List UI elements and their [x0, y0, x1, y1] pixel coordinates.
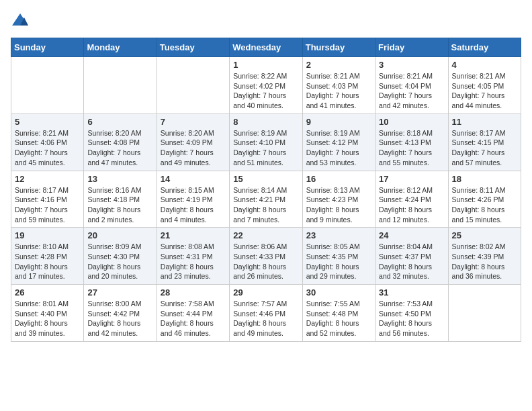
calendar-day-cell: 2 Sunrise: 8:21 AMSunset: 4:03 PMDayligh… — [302, 57, 375, 114]
day-info: Sunrise: 8:04 AMSunset: 4:37 PMDaylight:… — [379, 242, 444, 281]
day-info: Sunrise: 8:10 AMSunset: 4:28 PMDaylight:… — [15, 242, 80, 281]
day-info: Sunrise: 8:21 AMSunset: 4:06 PMDaylight:… — [15, 128, 80, 168]
calendar-day-cell: 16 Sunrise: 8:13 AMSunset: 4:23 PMDaylig… — [302, 171, 375, 228]
calendar-day-cell: 5 Sunrise: 8:21 AMSunset: 4:06 PMDayligh… — [11, 113, 84, 171]
weekday-header: Monday — [84, 38, 157, 57]
day-number: 1 — [233, 60, 298, 70]
day-info: Sunrise: 8:02 AMSunset: 4:39 PMDaylight:… — [452, 242, 517, 281]
calendar-day-cell: 31 Sunrise: 7:53 AMSunset: 4:50 PMDaylig… — [375, 285, 448, 342]
day-info: Sunrise: 8:18 AMSunset: 4:13 PMDaylight:… — [379, 128, 444, 168]
day-info: Sunrise: 7:57 AMSunset: 4:46 PMDaylight:… — [233, 299, 298, 338]
day-number: 14 — [161, 174, 226, 184]
day-info: Sunrise: 8:17 AMSunset: 4:15 PMDaylight:… — [452, 128, 517, 168]
day-info: Sunrise: 8:21 AMSunset: 4:05 PMDaylight:… — [452, 71, 517, 111]
day-number: 12 — [15, 174, 80, 184]
calendar-day-cell: 26 Sunrise: 8:01 AMSunset: 4:40 PMDaylig… — [11, 285, 84, 342]
calendar-day-cell: 12 Sunrise: 8:17 AMSunset: 4:16 PMDaylig… — [11, 171, 84, 228]
day-info: Sunrise: 8:13 AMSunset: 4:23 PMDaylight:… — [306, 185, 371, 225]
weekday-header: Tuesday — [157, 38, 229, 57]
day-number: 16 — [306, 174, 371, 184]
calendar-day-cell: 6 Sunrise: 8:20 AMSunset: 4:08 PMDayligh… — [84, 113, 157, 171]
day-number: 17 — [379, 174, 444, 184]
day-number: 19 — [15, 230, 80, 240]
day-number: 13 — [87, 174, 152, 184]
calendar-day-cell: 17 Sunrise: 8:12 AMSunset: 4:24 PMDaylig… — [375, 171, 448, 228]
weekday-header: Wednesday — [230, 38, 302, 57]
calendar-day-cell: 21 Sunrise: 8:08 AMSunset: 4:31 PMDaylig… — [157, 228, 229, 285]
calendar-week-row: 26 Sunrise: 8:01 AMSunset: 4:40 PMDaylig… — [11, 285, 521, 342]
calendar-day-cell: 1 Sunrise: 8:22 AMSunset: 4:02 PMDayligh… — [230, 57, 302, 114]
calendar-day-cell: 15 Sunrise: 8:14 AMSunset: 4:21 PMDaylig… — [230, 171, 302, 228]
day-info: Sunrise: 8:00 AMSunset: 4:42 PMDaylight:… — [87, 299, 152, 338]
calendar-day-cell — [84, 57, 157, 114]
calendar-day-cell — [448, 285, 521, 342]
calendar-week-row: 12 Sunrise: 8:17 AMSunset: 4:16 PMDaylig… — [11, 171, 521, 228]
day-number: 22 — [233, 230, 298, 240]
calendar-day-cell: 13 Sunrise: 8:16 AMSunset: 4:18 PMDaylig… — [84, 171, 157, 228]
day-number: 3 — [379, 60, 444, 70]
day-info: Sunrise: 8:12 AMSunset: 4:24 PMDaylight:… — [379, 185, 444, 225]
day-number: 18 — [452, 174, 517, 184]
day-number: 30 — [306, 287, 371, 298]
calendar-day-cell: 25 Sunrise: 8:02 AMSunset: 4:39 PMDaylig… — [448, 228, 521, 285]
day-number: 4 — [452, 60, 517, 70]
calendar-table: SundayMondayTuesdayWednesdayThursdayFrid… — [11, 38, 521, 342]
day-info: Sunrise: 8:20 AMSunset: 4:09 PMDaylight:… — [161, 128, 226, 168]
calendar-day-cell: 8 Sunrise: 8:19 AMSunset: 4:10 PMDayligh… — [230, 113, 302, 171]
day-info: Sunrise: 8:06 AMSunset: 4:33 PMDaylight:… — [233, 242, 298, 281]
weekday-header: Thursday — [302, 38, 375, 57]
day-info: Sunrise: 8:20 AMSunset: 4:08 PMDaylight:… — [87, 128, 152, 168]
day-number: 5 — [15, 117, 80, 127]
day-info: Sunrise: 8:19 AMSunset: 4:10 PMDaylight:… — [233, 128, 298, 168]
calendar-week-row: 1 Sunrise: 8:22 AMSunset: 4:02 PMDayligh… — [11, 57, 521, 114]
weekday-header: Saturday — [448, 38, 521, 57]
calendar-day-cell: 9 Sunrise: 8:19 AMSunset: 4:12 PMDayligh… — [302, 113, 375, 171]
calendar-day-cell: 3 Sunrise: 8:21 AMSunset: 4:04 PMDayligh… — [375, 57, 448, 114]
day-number: 2 — [306, 60, 371, 70]
day-number: 27 — [87, 287, 152, 298]
day-number: 15 — [233, 174, 298, 184]
day-number: 9 — [306, 117, 371, 127]
calendar-header-row: SundayMondayTuesdayWednesdayThursdayFrid… — [11, 38, 521, 57]
calendar-day-cell: 19 Sunrise: 8:10 AMSunset: 4:28 PMDaylig… — [11, 228, 84, 285]
calendar-week-row: 5 Sunrise: 8:21 AMSunset: 4:06 PMDayligh… — [11, 113, 521, 171]
day-info: Sunrise: 8:05 AMSunset: 4:35 PMDaylight:… — [306, 242, 371, 281]
day-info: Sunrise: 8:19 AMSunset: 4:12 PMDaylight:… — [306, 128, 371, 168]
day-number: 26 — [15, 287, 80, 298]
weekday-header: Friday — [375, 38, 448, 57]
logo — [11, 11, 32, 30]
calendar-day-cell: 30 Sunrise: 7:55 AMSunset: 4:48 PMDaylig… — [302, 285, 375, 342]
day-number: 10 — [379, 117, 444, 127]
day-info: Sunrise: 8:21 AMSunset: 4:03 PMDaylight:… — [306, 71, 371, 111]
day-info: Sunrise: 8:16 AMSunset: 4:18 PMDaylight:… — [87, 185, 152, 225]
calendar-day-cell: 23 Sunrise: 8:05 AMSunset: 4:35 PMDaylig… — [302, 228, 375, 285]
day-number: 7 — [161, 117, 226, 127]
calendar-day-cell: 28 Sunrise: 7:58 AMSunset: 4:44 PMDaylig… — [157, 285, 229, 342]
day-number: 25 — [452, 230, 517, 240]
day-number: 24 — [379, 230, 444, 240]
day-info: Sunrise: 8:21 AMSunset: 4:04 PMDaylight:… — [379, 71, 444, 111]
calendar-day-cell: 18 Sunrise: 8:11 AMSunset: 4:26 PMDaylig… — [448, 171, 521, 228]
day-number: 29 — [233, 287, 298, 298]
day-number: 28 — [161, 287, 226, 298]
calendar-week-row: 19 Sunrise: 8:10 AMSunset: 4:28 PMDaylig… — [11, 228, 521, 285]
day-info: Sunrise: 8:11 AMSunset: 4:26 PMDaylight:… — [452, 185, 517, 225]
day-info: Sunrise: 8:09 AMSunset: 4:30 PMDaylight:… — [87, 242, 152, 281]
day-info: Sunrise: 7:58 AMSunset: 4:44 PMDaylight:… — [161, 299, 226, 338]
day-info: Sunrise: 8:14 AMSunset: 4:21 PMDaylight:… — [233, 185, 298, 225]
calendar-day-cell: 10 Sunrise: 8:18 AMSunset: 4:13 PMDaylig… — [375, 113, 448, 171]
day-info: Sunrise: 8:15 AMSunset: 4:19 PMDaylight:… — [161, 185, 226, 225]
day-info: Sunrise: 8:17 AMSunset: 4:16 PMDaylight:… — [15, 185, 80, 225]
calendar-day-cell: 29 Sunrise: 7:57 AMSunset: 4:46 PMDaylig… — [230, 285, 302, 342]
day-number: 20 — [87, 230, 152, 240]
weekday-header: Sunday — [11, 38, 84, 57]
calendar-day-cell: 20 Sunrise: 8:09 AMSunset: 4:30 PMDaylig… — [84, 228, 157, 285]
day-number: 11 — [452, 117, 517, 127]
calendar-day-cell: 24 Sunrise: 8:04 AMSunset: 4:37 PMDaylig… — [375, 228, 448, 285]
calendar-day-cell: 11 Sunrise: 8:17 AMSunset: 4:15 PMDaylig… — [448, 113, 521, 171]
day-info: Sunrise: 8:01 AMSunset: 4:40 PMDaylight:… — [15, 299, 80, 338]
day-number: 21 — [161, 230, 226, 240]
day-number: 31 — [379, 287, 444, 298]
day-number: 6 — [87, 117, 152, 127]
day-number: 23 — [306, 230, 371, 240]
